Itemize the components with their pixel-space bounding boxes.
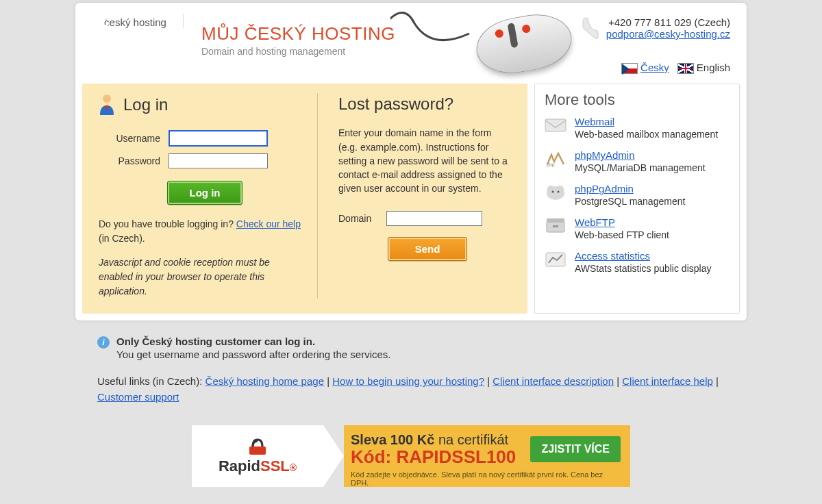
svg-point-0 <box>103 94 111 103</box>
banner-brand: RapidSSL® <box>192 425 323 487</box>
phone-number: +420 777 811 029 (Czech) <box>606 16 730 28</box>
lost-password-section: Lost password? Enter your domain name in… <box>318 93 518 299</box>
username-label: Username <box>99 133 160 144</box>
svg-rect-12 <box>249 446 266 455</box>
tool-webftp: WebFTP Web-based FTP client <box>545 216 730 240</box>
domain-label: Domain <box>338 213 371 224</box>
lost-password-title: Lost password? <box>338 94 511 114</box>
lang-english: English <box>677 62 730 74</box>
js-cookie-note: Javascript and cookie reception must be … <box>99 255 303 299</box>
footer: Only Český hosting customer can log in. … <box>75 336 747 405</box>
tool-desc: MySQL/MariaDB management <box>575 162 706 173</box>
support-email-link[interactable]: podpora@cesky-hosting.cz <box>606 28 730 40</box>
info-icon <box>97 336 110 349</box>
tool-webmail: Webmail Web-based mailbox management <box>545 116 730 140</box>
login-section: Log in Username Password Log in Do you h… <box>92 93 318 299</box>
svg-point-7 <box>558 191 560 193</box>
domain-input[interactable] <box>386 211 482 226</box>
banner-brand-text: RapidSSL® <box>219 457 297 475</box>
username-input[interactable] <box>169 130 268 147</box>
drawer-icon <box>545 216 566 236</box>
banner-arrow <box>323 425 344 487</box>
header: český hosting MŮJ ČESKÝ HOSTING Domain a… <box>82 8 740 81</box>
banner-cta-button[interactable]: ZJISTIT VÍCE <box>530 436 621 462</box>
envelope-icon <box>545 116 566 135</box>
tool-desc: AWStats statistics public display <box>575 263 711 274</box>
chart-icon <box>545 250 566 269</box>
phone-icon <box>582 16 599 44</box>
phpmyadmin-icon: php <box>545 149 566 168</box>
tool-link[interactable]: WebFTP <box>575 216 615 228</box>
uk-flag-icon <box>677 63 694 74</box>
tool-link[interactable]: Access statistics <box>575 250 650 262</box>
link-customer-support[interactable]: Customer support <box>97 391 179 403</box>
banner-content: Sleva 100 Kč na certifikát Kód: RAPIDSSL… <box>344 425 630 487</box>
logo[interactable]: český hosting <box>95 14 184 28</box>
svg-point-6 <box>552 191 554 193</box>
tool-desc: PostgreSQL management <box>575 196 685 207</box>
svg-rect-10 <box>553 225 558 227</box>
send-button[interactable]: Send <box>388 237 467 261</box>
login-help-text: Do you have trouble logging in? Check ou… <box>99 217 303 246</box>
link-interface-help[interactable]: Client interface help <box>622 375 713 387</box>
auth-panel: Log in Username Password Log in Do you h… <box>82 84 527 314</box>
lost-password-description: Enter your domain name in the form (e.g.… <box>338 126 511 195</box>
tool-link[interactable]: phpMyAdmin <box>575 149 635 161</box>
login-title: Log in <box>123 95 168 114</box>
tool-phppgadmin: phpPgAdmin PostgreSQL management <box>545 183 730 207</box>
tool-link[interactable]: Webmail <box>575 116 614 127</box>
link-interface-desc[interactable]: Client interface description <box>493 375 614 387</box>
useful-links: Useful links (in Czech): Český hosting h… <box>97 374 725 405</box>
logo-text: český hosting <box>104 16 166 28</box>
lock-icon <box>246 437 269 456</box>
svg-text:php: php <box>547 162 555 167</box>
svg-rect-9 <box>547 218 564 223</box>
tool-phpmyadmin: php phpMyAdmin MySQL/MariaDB management <box>545 149 730 173</box>
lang-czech[interactable]: Česky <box>621 62 669 74</box>
link-howto[interactable]: How to begin using your hosting? <box>332 375 484 387</box>
password-input[interactable] <box>169 153 268 168</box>
banner-fineprint: Kód zadejte v objednávce. Sleva platí na… <box>351 470 621 487</box>
promo-banner[interactable]: RapidSSL® Sleva 100 Kč na certifikát Kód… <box>192 425 630 487</box>
more-tools-title: More tools <box>545 91 730 109</box>
password-label: Password <box>99 155 160 166</box>
more-tools-panel: More tools Webmail Web-based mailbox man… <box>534 84 740 314</box>
czech-flag-icon <box>621 63 638 74</box>
page-subtitle: Domain and hosting management <box>201 46 395 57</box>
user-icon <box>99 94 115 115</box>
tool-link[interactable]: phpPgAdmin <box>575 183 634 194</box>
login-button[interactable]: Log in <box>167 181 242 205</box>
mouse-illustration <box>404 3 582 78</box>
contact-block: +420 777 811 029 (Czech) podpora@cesky-h… <box>582 14 736 74</box>
svg-rect-1 <box>545 119 566 131</box>
tool-access-statistics: Access statistics AWStats statistics pub… <box>545 250 730 274</box>
info-subtext: You get username and password after orde… <box>116 349 391 360</box>
info-heading: Only Český hosting customer can log in. <box>116 336 391 347</box>
page-title-block: MŮJ ČESKÝ HOSTING Domain and hosting man… <box>184 14 395 57</box>
tool-desc: Web-based mailbox management <box>575 129 718 140</box>
elephant-icon <box>545 183 566 202</box>
link-homepage[interactable]: Český hosting home page <box>206 375 324 387</box>
page-title: MŮJ ČESKÝ HOSTING <box>201 23 395 45</box>
tool-desc: Web-based FTP client <box>575 229 669 240</box>
help-link[interactable]: Check our help <box>236 218 301 229</box>
